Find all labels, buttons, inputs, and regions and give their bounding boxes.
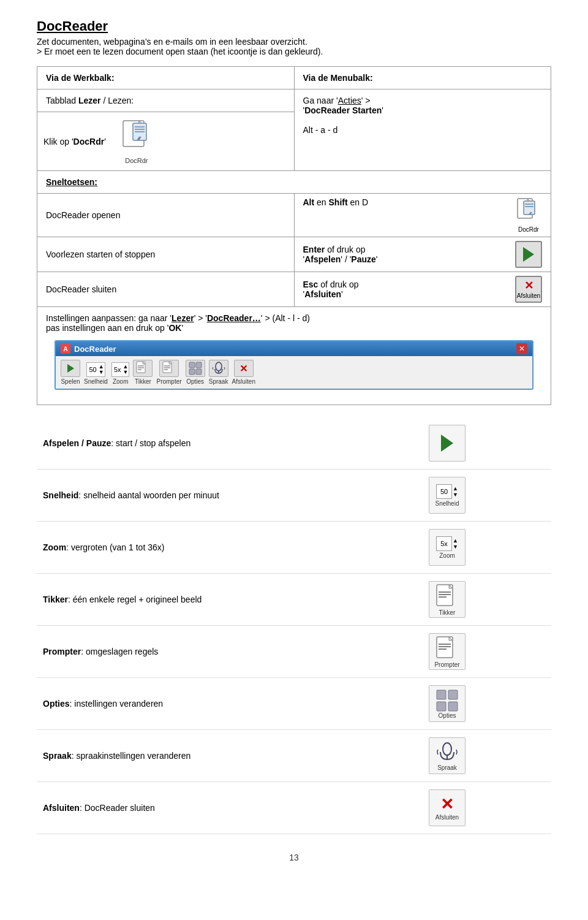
toolbar-tikker-icon <box>133 360 153 377</box>
feature-row-prompter: Prompter: omgeslagen regels Prompter <box>37 626 551 678</box>
toolbar-titlebar: A DocReader ✕ <box>56 341 532 356</box>
svg-rect-23 <box>189 362 195 368</box>
feature-row-zoom: Zoom: vergroten (van 1 tot 36x) 5x ▲ ▼ Z… <box>37 522 551 574</box>
toolbar-zoom-label: Zoom <box>113 378 129 385</box>
toolbar-spraak-icon <box>209 360 228 377</box>
subtitle2: > Er moet een te lezen document open sta… <box>37 47 551 56</box>
feat-zoom-icon: 5x ▲ ▼ Zoom <box>423 522 551 574</box>
svg-rect-40 <box>448 690 458 699</box>
werkbalk-header: Via de Werkbalk: <box>37 67 295 89</box>
sneltoetsen-header: Sneltoetsen: <box>37 171 551 194</box>
prompter-label: Prompter <box>434 661 459 668</box>
features-table: Afspelen / Pauze: start / stop afspelen … <box>37 417 551 834</box>
tikker-doc-icon <box>435 584 459 609</box>
opties-label: Opties <box>439 712 456 719</box>
feat-spraak-desc: Spraak: spraakinstellingen veranderen <box>37 730 423 782</box>
sneltoetsen-row3-label: DocReader sluiten <box>37 272 295 307</box>
speed-num-display: 50 <box>436 484 452 499</box>
feature-row-afspelen: Afspelen / Pauze: start / stop afspelen <box>37 417 551 470</box>
sneltoetsen-row2-keys: Enter of druk op'Afspelen' / 'Pauze' <box>294 237 551 272</box>
werkbalk-row2: Klik op 'DocRdr' DocRdr <box>37 112 295 171</box>
feat-zoom-desc: Zoom: vergroten (van 1 tot 36x) <box>37 522 423 574</box>
svg-rect-41 <box>437 702 446 711</box>
feature-row-opties: Opties: instellingen veranderen Opties <box>37 678 551 730</box>
toolbar-prompter-label: Prompter <box>156 378 181 385</box>
svg-rect-24 <box>196 362 202 368</box>
feat-prompter-desc: Prompter: omgeslagen regels <box>37 626 423 678</box>
svg-rect-25 <box>189 369 195 374</box>
feature-row-spraak: Spraak: spraakinstellingen veranderen Sp… <box>37 730 551 782</box>
subtitle1: Zet documenten, webpagina’s en e-mails o… <box>37 37 551 47</box>
toolbar-speed-arrows[interactable]: ▲ ▼ <box>99 364 105 375</box>
play-icon-area <box>515 241 542 268</box>
toolbar-afsluiten-btn[interactable]: ✕ Afsluiten <box>232 360 255 385</box>
toolbar-tikker-btn[interactable]: Tikker <box>133 360 153 385</box>
docrdr-small-icon: DocRdr <box>515 197 542 233</box>
toolbar-snelheid-btn[interactable]: 50 ▲ ▼ Snelheid <box>84 362 108 385</box>
instellingen-section: Instellingen aanpassen: ga naar 'Lezer' … <box>37 307 551 405</box>
docrdr-icon-label: DocRdr <box>118 157 155 164</box>
sneltoetsen-row2-label: Voorlezen starten of stoppen <box>37 237 295 272</box>
feature-row-snelheid: Snelheid: snelheid aantal woorden per mi… <box>37 470 551 522</box>
werkbalk-menubalk-table: Via de Werkbalk: Via de Menubalk: Tabbla… <box>37 66 551 405</box>
toolbar-opties-btn[interactable]: Opties <box>186 360 205 385</box>
spraak-mic-icon <box>435 741 459 764</box>
docrdr-icon-area: DocRdr <box>118 118 155 164</box>
menubalk-header: Via de Menubalk: <box>294 67 551 89</box>
afsluiten-btn-label: Afsluiten <box>517 292 540 299</box>
svg-rect-42 <box>448 702 458 711</box>
toolbar-afsluiten-icon: ✕ <box>234 360 254 377</box>
afsluiten-x-icon: ✕ <box>440 795 454 814</box>
play-icon <box>523 247 534 262</box>
feature-row-afsluiten: Afsluiten: DocReader sluiten ✕ Afsluiten <box>37 782 551 834</box>
feature-row-tikker: Tikker: één enkele regel + origineel bee… <box>37 574 551 626</box>
feat-tikker-desc: Tikker: één enkele regel + origineel bee… <box>37 574 423 626</box>
toolbar-close-button[interactable]: ✕ <box>516 343 527 354</box>
speed-arrows[interactable]: ▲ ▼ <box>453 485 458 498</box>
toolbar-snelheid-label: Snelheid <box>84 378 108 385</box>
toolbar-spraak-label: Spraak <box>209 378 228 385</box>
svg-point-43 <box>443 743 451 755</box>
toolbar-opties-label: Opties <box>186 378 204 385</box>
feat-afsluiten-icon: ✕ Afsluiten <box>423 782 551 834</box>
toolbar-prompter-btn[interactable]: Prompter <box>156 360 181 385</box>
werkbalk-label: Werkbalk: <box>74 73 115 83</box>
svg-rect-26 <box>196 369 202 374</box>
feat-prompter-icon: Prompter <box>423 626 551 678</box>
zoom-arrows[interactable]: ▲ ▼ <box>453 538 458 550</box>
toolbar-title: DocReader <box>74 344 116 354</box>
feat-spraak-icon: Spraak <box>423 730 551 782</box>
svg-point-27 <box>216 362 222 371</box>
svg-rect-39 <box>437 690 446 699</box>
toolbar-play-icon <box>61 360 80 377</box>
toolbar-prompter-icon <box>159 360 179 377</box>
menubalk-content: Ga naar 'Acties' > 'DocReader Starten' A… <box>294 89 551 171</box>
toolbar-tikker-label: Tikker <box>135 378 151 385</box>
afspelen-play-icon <box>441 435 453 452</box>
toolbar-window: A DocReader ✕ Spelen <box>55 340 533 390</box>
toolbar-zoom-value: 5x <box>112 366 123 373</box>
toolbar-spelen-btn[interactable]: Spelen <box>61 360 80 385</box>
feat-snelheid-desc: Snelheid: snelheid aantal woorden per mi… <box>37 470 423 522</box>
toolbar-afsluiten-label: Afsluiten <box>232 378 255 385</box>
svg-rect-9 <box>524 201 535 215</box>
feat-opties-desc: Opties: instellingen veranderen <box>37 678 423 730</box>
app-icon: A <box>61 344 70 354</box>
opties-grid-icon <box>435 689 459 712</box>
toolbar-spraak-btn[interactable]: Spraak <box>209 360 228 385</box>
toolbar-opties-icon <box>186 360 205 377</box>
werkbalk-row1: Tabblad Lezer / Lezen: <box>37 89 295 112</box>
x-icon: ✕ <box>524 280 533 291</box>
toolbar-zoom-arrows[interactable]: ▲ ▼ <box>123 364 129 375</box>
toolbar-spelen-label: Spelen <box>61 378 80 385</box>
toolbar-body: Spelen 50 ▲ ▼ Snelheid <box>56 356 532 389</box>
feat-snelheid-icon: 50 ▲ ▼ Snelheid <box>423 470 551 522</box>
page-number: 13 <box>37 853 551 862</box>
sneltoetsen-row1-keys: Alt en Shift en D DocRdr <box>294 194 551 237</box>
toolbar-speed-value: 50 <box>87 366 98 373</box>
spraak-label: Spraak <box>437 764 457 771</box>
toolbar-zoom-btn[interactable]: 5x ▲ ▼ Zoom <box>111 362 130 385</box>
prompter-doc-icon <box>435 636 459 661</box>
feat-afspelen-desc: Afspelen / Pauze: start / stop afspelen <box>37 417 423 470</box>
page-header: DocReader Zet documenten, webpagina’s en… <box>37 18 551 56</box>
